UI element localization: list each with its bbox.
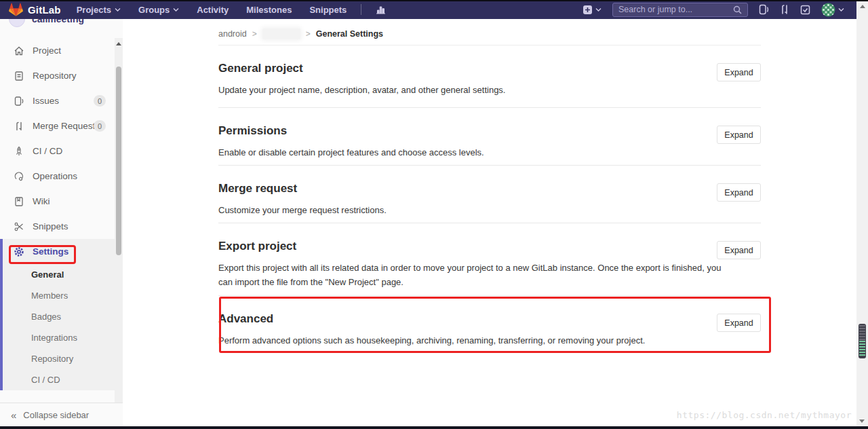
breadcrumb: android > > General Settings bbox=[218, 19, 761, 45]
section-permissions: Permissions Enable or disable certain pr… bbox=[218, 108, 761, 166]
section-title: Export project bbox=[218, 223, 761, 253]
top-navbar: GitLab Projects Groups Activity Mileston… bbox=[0, 0, 856, 19]
nav-item-projects[interactable]: Projects bbox=[68, 0, 130, 19]
merge-requests-count-badge: 0 bbox=[94, 120, 106, 132]
section-title: General project bbox=[218, 45, 761, 75]
home-icon bbox=[14, 45, 24, 56]
navbar-right bbox=[583, 3, 856, 17]
sidebar-scrollbar-thumb[interactable] bbox=[116, 67, 121, 255]
nav-item-milestones[interactable]: Milestones bbox=[237, 0, 300, 19]
scroll-up-arrow-icon[interactable] bbox=[116, 42, 121, 45]
search-box[interactable] bbox=[612, 3, 748, 17]
merge-request-icon bbox=[14, 121, 24, 132]
issues-icon bbox=[14, 96, 24, 107]
chevron-down-icon bbox=[173, 7, 179, 12]
document-icon bbox=[14, 71, 24, 81]
breadcrumb-current: General Settings bbox=[316, 29, 383, 39]
sidebar-item-repository[interactable]: Repository bbox=[0, 63, 115, 88]
nav-divider bbox=[361, 4, 361, 15]
scrollbar-thumb-green-stripes bbox=[859, 341, 865, 357]
rocket-icon bbox=[14, 146, 24, 157]
project-avatar bbox=[9, 19, 25, 27]
sidebar-item-project[interactable]: Project bbox=[0, 38, 115, 63]
project-sidebar: callmeeting Project Repository Issues 0 … bbox=[0, 19, 123, 426]
sidebar-scrollbar[interactable] bbox=[115, 38, 123, 422]
new-menu-button[interactable] bbox=[583, 5, 601, 15]
section-title: Permissions bbox=[218, 108, 761, 138]
sidebar-nav: Project Repository Issues 0 Merge Reques… bbox=[0, 38, 115, 390]
sidebar-item-snippets[interactable]: Snippets bbox=[0, 214, 115, 239]
window-scrollbar[interactable] bbox=[856, 0, 868, 429]
watermark-text: https://blog.csdn.net/mythmayor bbox=[677, 410, 852, 420]
sidebar-item-operations[interactable]: Operations bbox=[0, 164, 115, 189]
window-top-edge bbox=[0, 0, 868, 1]
section-description: Customize your merge request restriction… bbox=[218, 203, 693, 217]
issues-dashboard-icon[interactable] bbox=[759, 4, 769, 15]
chart-icon[interactable] bbox=[367, 0, 395, 19]
section-description: Enable or disable certain project featur… bbox=[218, 145, 693, 160]
plus-icon bbox=[583, 5, 593, 15]
window-scrollbar-thumb[interactable] bbox=[859, 324, 866, 358]
gear-icon bbox=[14, 246, 24, 257]
brand-name: GitLab bbox=[28, 4, 61, 16]
section-title: Merge request bbox=[218, 166, 761, 195]
section-description: Export this project with all its related… bbox=[218, 261, 734, 289]
section-title: Advanced bbox=[218, 296, 761, 326]
search-input[interactable] bbox=[618, 5, 733, 14]
gitlab-tanuki-icon bbox=[9, 3, 23, 16]
double-chevron-left-icon: « bbox=[11, 409, 15, 421]
expand-button-merge-request[interactable]: Expand bbox=[717, 183, 761, 202]
expand-button-export-project[interactable]: Expand bbox=[717, 241, 761, 259]
window-bottom-edge bbox=[0, 426, 868, 429]
primary-nav: Projects Groups Activity Milestones Snip… bbox=[68, 0, 395, 19]
sidebar-item-issues[interactable]: Issues 0 bbox=[0, 88, 115, 113]
nav-item-groups[interactable]: Groups bbox=[130, 0, 188, 19]
todos-icon[interactable] bbox=[800, 5, 810, 15]
gitlab-logo[interactable]: GitLab bbox=[0, 3, 68, 16]
section-general-project: General project Update your project name… bbox=[218, 45, 761, 108]
settings-section: Settings General Members Badges Integrat… bbox=[0, 239, 115, 390]
issues-count-badge: 0 bbox=[94, 95, 106, 107]
expand-button-advanced[interactable]: Expand bbox=[717, 314, 761, 332]
sidebar-subitem-badges[interactable]: Badges bbox=[3, 306, 115, 327]
merge-requests-icon[interactable] bbox=[780, 4, 789, 15]
scissors-icon bbox=[14, 221, 24, 232]
sidebar-subitem-members[interactable]: Members bbox=[3, 285, 115, 306]
sidebar-subitem-ci-cd[interactable]: CI / CD bbox=[3, 369, 115, 390]
chevron-down-icon bbox=[595, 7, 601, 12]
section-merge-request: Merge request Customize your merge reque… bbox=[218, 166, 761, 223]
sidebar-subitem-integrations[interactable]: Integrations bbox=[3, 327, 115, 348]
nav-item-activity[interactable]: Activity bbox=[188, 0, 237, 19]
book-icon bbox=[14, 196, 24, 207]
breadcrumb-root[interactable]: android bbox=[218, 29, 247, 39]
sidebar-item-settings[interactable]: Settings bbox=[3, 239, 115, 264]
chevron-down-icon bbox=[115, 7, 121, 12]
sidebar-subitem-repository[interactable]: Repository bbox=[3, 348, 115, 369]
sidebar-item-ci-cd[interactable]: CI / CD bbox=[0, 138, 115, 164]
section-export-project: Export project Export this project with … bbox=[218, 223, 761, 296]
sidebar-item-wiki[interactable]: Wiki bbox=[0, 189, 115, 214]
scroll-up-arrow-icon[interactable] bbox=[860, 5, 865, 8]
breadcrumb-redacted-item[interactable] bbox=[262, 29, 300, 39]
section-advanced: Advanced Perform advanced options such a… bbox=[218, 296, 761, 353]
project-name: callmeeting bbox=[32, 19, 84, 24]
sidebar-subitem-general[interactable]: General bbox=[3, 264, 115, 285]
expand-button-permissions[interactable]: Expand bbox=[717, 126, 761, 144]
section-description: Perform advanced options such as houseke… bbox=[218, 333, 734, 348]
user-avatar bbox=[821, 3, 835, 17]
collapse-sidebar-button[interactable]: « Collapse sidebar bbox=[0, 403, 123, 426]
chevron-down-icon bbox=[838, 7, 844, 12]
operations-icon bbox=[14, 171, 24, 182]
project-header[interactable]: callmeeting bbox=[0, 19, 84, 27]
section-description: Update your project name, description, a… bbox=[218, 83, 693, 97]
breadcrumb-separator: > bbox=[306, 29, 311, 39]
expand-button-general-project[interactable]: Expand bbox=[717, 63, 761, 81]
sidebar-item-merge-requests[interactable]: Merge Requests 0 bbox=[0, 113, 115, 138]
search-icon bbox=[733, 5, 742, 14]
scrollbar-thumb-stripes bbox=[859, 325, 865, 340]
breadcrumb-separator: > bbox=[252, 29, 257, 39]
scroll-down-arrow-icon[interactable] bbox=[859, 419, 865, 423]
user-menu[interactable] bbox=[821, 3, 844, 17]
main-content: android > > General Settings General pro… bbox=[123, 19, 856, 426]
nav-item-snippets[interactable]: Snippets bbox=[300, 0, 355, 19]
